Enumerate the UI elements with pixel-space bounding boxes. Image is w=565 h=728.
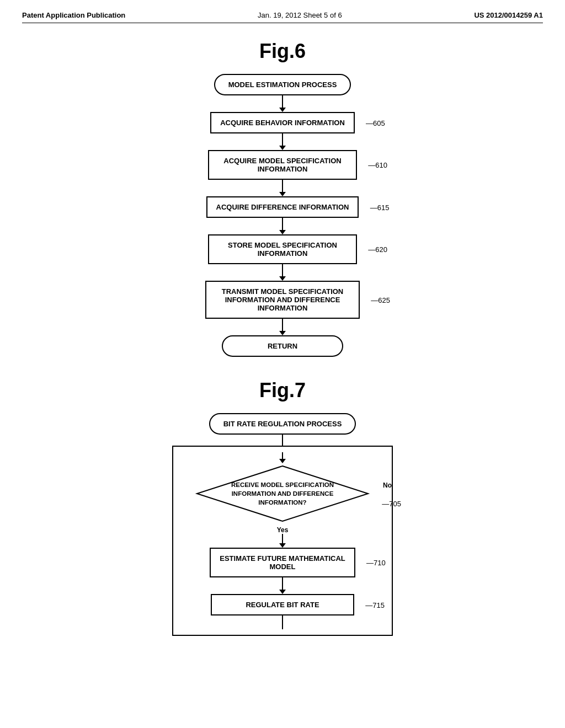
no-label: No	[383, 481, 392, 489]
loop-bottom-arrow	[282, 615, 283, 629]
page-header: Patent Application Publication Jan. 19, …	[22, 11, 543, 23]
fig7-start-wrapper: BIT RATE REGULATION PROCESS	[209, 413, 356, 435]
node-620-wrapper: STORE MODEL SPECIFICATIONINFORMATION —62…	[208, 234, 357, 264]
arrow-line-5	[282, 264, 283, 276]
arrow-line-2	[282, 133, 283, 146]
loop-bottom-line	[282, 615, 283, 629]
header-left: Patent Application Publication	[22, 11, 125, 19]
node-625: TRANSMIT MODEL SPECIFICATIONINFORMATION …	[205, 281, 360, 319]
fig7-entry-line	[282, 452, 283, 459]
fig7-loop-box: RECEIVE MODEL SPECIFICATIONINFORMATION A…	[172, 446, 393, 636]
arrow-4	[279, 218, 286, 234]
arrow-line-3	[282, 180, 283, 192]
arrow-6	[279, 319, 286, 335]
fig7-entry-arrow	[279, 452, 286, 463]
fig6-start-node: MODEL ESTIMATION PROCESS	[214, 74, 351, 95]
node-710-label: —710	[366, 559, 386, 567]
node-610-label: —610	[368, 161, 387, 169]
arrow-1	[279, 95, 286, 112]
node-710-text: ESTIMATE FUTURE MATHEMATICALMODEL	[220, 554, 345, 571]
arrow-line-710	[282, 577, 283, 590]
fig7-flowchart: BIT RATE REGULATION PROCESS	[22, 413, 543, 652]
node-620: STORE MODEL SPECIFICATIONINFORMATION	[208, 234, 357, 264]
node-715-text: REGULATE BIT RATE	[246, 601, 319, 609]
fig7-entry-arrowhead	[279, 459, 286, 463]
fig6-flowchart: MODEL ESTIMATION PROCESS ACQUIRE BEHAVIO…	[22, 74, 543, 357]
fig6-title: Fig.6	[22, 40, 543, 63]
node-620-label: —620	[368, 245, 387, 254]
arrow-710-715	[279, 577, 286, 594]
node-615: ACQUIRE DIFFERENCE INFORMATION	[206, 196, 359, 218]
fig7-arrow-into-loop	[282, 435, 283, 446]
node-605-wrapper: ACQUIRE BEHAVIOR INFORMATION —605	[210, 112, 355, 133]
node-710-wrapper: ESTIMATE FUTURE MATHEMATICALMODEL —710	[210, 548, 355, 577]
arrowhead-710	[279, 590, 286, 594]
fig6-return-wrapper: RETURN	[222, 335, 343, 357]
arrow-head-2	[279, 146, 286, 150]
fig7-arrow-line-0	[282, 435, 283, 446]
node-620-text: STORE MODEL SPECIFICATIONINFORMATION	[228, 241, 337, 258]
node-615-label: —615	[370, 203, 390, 211]
node-625-label: —625	[371, 296, 390, 304]
arrow-head-1	[279, 108, 286, 112]
arrow-head-5	[279, 276, 286, 281]
arrow-head-6	[279, 331, 286, 335]
arrow-head-3	[279, 192, 286, 196]
yes-arrowhead	[279, 543, 286, 548]
node-710: ESTIMATE FUTURE MATHEMATICALMODEL	[210, 548, 355, 577]
node-715: REGULATE BIT RATE	[211, 594, 354, 615]
fig7-title: Fig.7	[22, 379, 543, 402]
fig6-start-rounded: MODEL ESTIMATION PROCESS	[214, 74, 351, 95]
diamond-705-text: RECEIVE MODEL SPECIFICATIONINFORMATION A…	[231, 480, 334, 507]
fig7-loop-inner: RECEIVE MODEL SPECIFICATIONINFORMATION A…	[179, 452, 386, 629]
header-right: US 2012/0014259 A1	[474, 11, 543, 19]
node-715-wrapper: REGULATE BIT RATE —715	[211, 594, 354, 615]
fig6-start-text: MODEL ESTIMATION PROCESS	[228, 81, 337, 89]
node-615-wrapper: ACQUIRE DIFFERENCE INFORMATION —615	[206, 196, 359, 218]
diamond-705-wrapper: RECEIVE MODEL SPECIFICATIONINFORMATION A…	[194, 463, 371, 524]
fig7-start: BIT RATE REGULATION PROCESS	[209, 413, 356, 435]
yes-arrow	[279, 534, 286, 548]
node-605: ACQUIRE BEHAVIOR INFORMATION	[210, 112, 355, 133]
loop-back-svg	[167, 636, 398, 652]
node-715-label: —715	[365, 601, 385, 609]
page: Patent Application Publication Jan. 19, …	[0, 0, 565, 728]
arrow-head-4	[279, 230, 286, 234]
node-605-text: ACQUIRE BEHAVIOR INFORMATION	[220, 119, 345, 127]
node-610-wrapper: ACQUIRE MODEL SPECIFICATIONINFORMATION —…	[208, 150, 357, 180]
node-625-text: TRANSMIT MODEL SPECIFICATIONINFORMATION …	[222, 287, 344, 312]
yes-label: Yes	[277, 526, 289, 534]
yes-branch: Yes	[277, 526, 289, 548]
arrow-line-4	[282, 218, 283, 230]
node-610: ACQUIRE MODEL SPECIFICATIONINFORMATION	[208, 150, 357, 180]
arrow-5	[279, 264, 286, 281]
header-center: Jan. 19, 2012 Sheet 5 of 6	[258, 11, 342, 19]
no-right-line	[392, 485, 393, 636]
arrow-2	[279, 133, 286, 150]
arrow-3	[279, 180, 286, 196]
arrow-line-6	[282, 319, 283, 331]
node-610-text: ACQUIRE MODEL SPECIFICATIONINFORMATION	[223, 157, 341, 173]
yes-label-row: Yes	[277, 526, 289, 534]
arrow-line-1	[282, 95, 283, 108]
node-615-text: ACQUIRE DIFFERENCE INFORMATION	[216, 203, 349, 211]
fig6-return-text: RETURN	[268, 342, 297, 350]
node-605-label: —605	[366, 119, 385, 127]
yes-arrow-line	[282, 534, 283, 543]
node-625-wrapper: TRANSMIT MODEL SPECIFICATIONINFORMATION …	[205, 281, 360, 319]
fig7-start-text: BIT RATE REGULATION PROCESS	[223, 420, 342, 428]
fig6-return: RETURN	[222, 335, 343, 357]
